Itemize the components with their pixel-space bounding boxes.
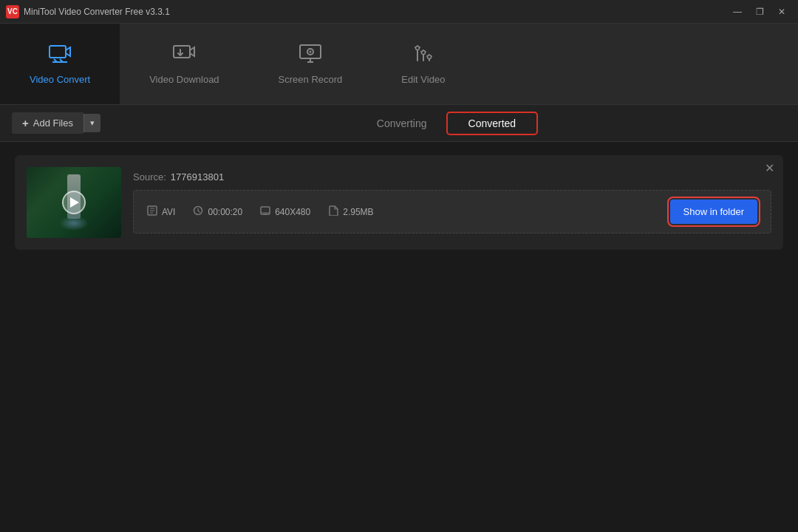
duration-icon bbox=[193, 205, 203, 218]
tab-converting[interactable]: Converting bbox=[356, 113, 448, 134]
size-value: 2.95MB bbox=[343, 207, 373, 217]
file-format: AVI bbox=[147, 205, 175, 218]
nav-item-video-convert[interactable]: Video Convert bbox=[0, 24, 120, 104]
svg-point-5 bbox=[415, 46, 419, 50]
file-card: ✕ Source: 1776913801 bbox=[15, 155, 783, 250]
close-button[interactable]: ✕ bbox=[771, 4, 792, 19]
content-area: ✕ Source: 1776913801 bbox=[0, 142, 798, 532]
app-logo: VC bbox=[6, 5, 19, 18]
screen-record-icon bbox=[299, 41, 322, 68]
nav-label-edit-video: Edit Video bbox=[401, 74, 445, 85]
file-source: Source: 1776913801 bbox=[133, 171, 771, 183]
source-label: Source: bbox=[133, 171, 166, 183]
svg-rect-1 bbox=[174, 46, 190, 58]
tabs: Converting Converted bbox=[356, 113, 536, 134]
play-button-icon bbox=[62, 191, 86, 214]
titlebar-controls: — ❐ ✕ bbox=[727, 4, 792, 19]
video-download-icon bbox=[172, 41, 196, 68]
play-overlay[interactable] bbox=[27, 167, 121, 238]
titlebar-title: MiniTool Video Converter Free v3.3.1 bbox=[24, 7, 170, 17]
add-files-main-button[interactable]: + Add Files bbox=[12, 112, 83, 134]
video-thumbnail[interactable] bbox=[27, 167, 121, 238]
svg-point-7 bbox=[427, 55, 431, 58]
file-duration: 00:00:20 bbox=[193, 205, 242, 218]
navbar: Video Convert Video Download Screen Reco… bbox=[0, 24, 798, 105]
size-icon bbox=[328, 205, 338, 218]
svg-point-4 bbox=[309, 50, 311, 52]
format-value: AVI bbox=[162, 207, 175, 217]
nav-label-screen-record: Screen Record bbox=[279, 74, 343, 85]
nav-item-edit-video[interactable]: Edit Video bbox=[372, 24, 474, 104]
plus-icon: + bbox=[22, 117, 29, 129]
titlebar: VC MiniTool Video Converter Free v3.3.1 … bbox=[0, 0, 798, 24]
nav-label-video-convert: Video Convert bbox=[30, 74, 90, 85]
add-files-dropdown-button[interactable]: ▾ bbox=[83, 114, 100, 132]
file-resolution: 640X480 bbox=[260, 205, 310, 218]
duration-value: 00:00:20 bbox=[208, 207, 242, 217]
minimize-button[interactable]: — bbox=[727, 4, 748, 19]
titlebar-left: VC MiniTool Video Converter Free v3.3.1 bbox=[6, 5, 170, 18]
svg-rect-0 bbox=[50, 46, 66, 58]
video-convert-icon bbox=[48, 41, 72, 68]
nav-item-video-download[interactable]: Video Download bbox=[120, 24, 248, 104]
nav-item-screen-record[interactable]: Screen Record bbox=[249, 24, 372, 104]
file-info: Source: 1776913801 AVI bbox=[133, 171, 771, 233]
svg-point-6 bbox=[421, 50, 425, 54]
converted-file-row: AVI 00:00:20 bbox=[133, 190, 771, 233]
source-value: 1776913801 bbox=[171, 171, 224, 183]
resolution-icon bbox=[260, 205, 270, 218]
add-files-label: Add Files bbox=[33, 117, 73, 129]
show-in-folder-button[interactable]: Show in folder bbox=[670, 200, 757, 224]
nav-label-video-download: Video Download bbox=[149, 74, 219, 85]
file-size: 2.95MB bbox=[328, 205, 373, 218]
maximize-button[interactable]: ❐ bbox=[749, 4, 770, 19]
file-card-close-button[interactable]: ✕ bbox=[765, 163, 774, 174]
tab-converted[interactable]: Converted bbox=[448, 113, 537, 134]
edit-video-icon bbox=[412, 41, 435, 68]
toolbar: + Add Files ▾ Converting Converted bbox=[0, 105, 798, 142]
format-icon bbox=[147, 205, 157, 218]
resolution-value: 640X480 bbox=[275, 207, 310, 217]
add-files-btn: + Add Files ▾ bbox=[12, 112, 100, 134]
